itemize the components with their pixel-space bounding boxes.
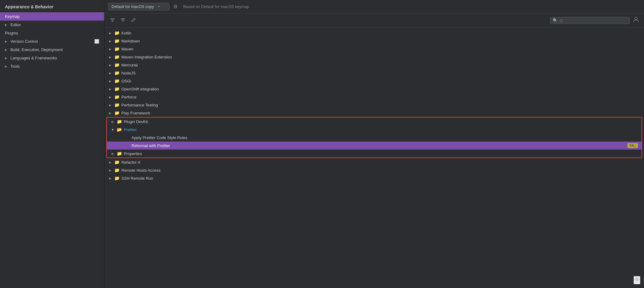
sidebar-item-keymap[interactable]: Keymap: [0, 12, 104, 21]
refactor-x-folder-icon: 📁: [114, 160, 120, 165]
svg-rect-5: [122, 21, 124, 22]
tree-item-markdown[interactable]: ▶ 📁 Markdown: [104, 37, 644, 45]
build-arrow: ▶: [5, 48, 9, 51]
svg-text:↕: ↕: [124, 20, 125, 22]
mercurial-label: Mercurial: [121, 63, 640, 67]
perf-testing-label: Performance Testing: [121, 103, 640, 107]
keymap-dropdown[interactable]: Default for macOS copy ▾: [108, 3, 170, 10]
settings-sidebar: Appearance & Behavior Keymap ▶ Editor Pl…: [0, 0, 104, 288]
plugin-devkit-arrow: ▶: [111, 120, 115, 123]
sidebar-item-tools[interactable]: ▶ Tools: [0, 62, 104, 70]
maven-arrow: ▶: [108, 47, 112, 51]
openshift-label: OpenShift integration: [121, 87, 640, 91]
sidebar-header: Appearance & Behavior: [0, 0, 104, 12]
tree-item-performance-testing[interactable]: ▶ 📁 Performance Testing: [104, 101, 644, 109]
remote-hosts-folder-icon: 📁: [114, 168, 120, 173]
filter-button-2[interactable]: ↕: [119, 16, 127, 25]
keymap-toolbar: Default for macOS copy ▾ ⚙ Based on Defa…: [104, 0, 644, 14]
build-label: Build, Execution, Deployment: [10, 47, 63, 52]
action-toolbar: ↕ 🔍: [104, 14, 644, 28]
prettier-arrow: ▼: [111, 128, 115, 131]
filter-button-1[interactable]: [108, 16, 117, 25]
gear-icon: [634, 277, 640, 282]
reformat-prettier-shortcut: ⌥⌘,: [627, 143, 638, 148]
osgi-folder-icon: 📁: [114, 78, 120, 83]
tree-item-refactor-x[interactable]: ▶ 📁 Refactor-X: [104, 158, 644, 166]
svg-point-8: [636, 278, 638, 280]
tree-item-osgi[interactable]: ▶ 📁 OSGi: [104, 77, 644, 85]
prettier-folder-icon: 📂: [117, 127, 122, 132]
kotlin-arrow: ▶: [108, 31, 112, 35]
svg-rect-0: [110, 18, 115, 19]
pencil-icon: [131, 18, 136, 22]
play-arrow: ▶: [108, 111, 112, 115]
vc-arrow: ▶: [5, 40, 9, 43]
tree-item-plugin-devkit[interactable]: ▶ 📁 Plugin DevKit: [107, 118, 642, 126]
search-input[interactable]: [560, 18, 627, 23]
ssh-remote-folder-icon: 📁: [114, 176, 120, 181]
svg-rect-3: [121, 18, 125, 19]
sidebar-item-version-control[interactable]: ▶ Version Control ⬜: [0, 37, 104, 46]
filter-icon: [110, 18, 115, 22]
perforce-label: Perforce: [121, 95, 640, 99]
perforce-arrow: ▶: [108, 95, 112, 99]
svg-rect-2: [112, 21, 113, 22]
tree-item-nodejs[interactable]: ▶ 📁 NodeJS: [104, 69, 644, 77]
nodejs-arrow: ▶: [108, 71, 112, 75]
user-icon-button[interactable]: [632, 15, 640, 26]
osgi-arrow: ▶: [108, 79, 112, 83]
keymap-gear-button[interactable]: ⚙: [172, 2, 179, 11]
nodejs-folder-icon: 📁: [114, 70, 120, 75]
tree-item-apply-prettier[interactable]: Apply Prettier Code Style Rules: [107, 134, 642, 142]
maven-folder-icon: 📁: [114, 46, 120, 51]
properties-folder-icon: 📁: [117, 151, 122, 156]
openshift-folder-icon: 📁: [114, 86, 120, 91]
osgi-label: OSGi: [121, 79, 640, 83]
user-icon: [633, 17, 639, 23]
tree-item-perforce[interactable]: ▶ 📁 Perforce: [104, 93, 644, 101]
tools-label: Tools: [10, 64, 20, 69]
maven-integration-label: Maven Integration Extension: [121, 55, 640, 59]
tree-item-maven-integration[interactable]: ▶ 📁 Maven Integration Extension: [104, 53, 644, 61]
plugin-devkit-label: Plugin DevKit: [124, 119, 638, 124]
tree-item-reformat-prettier[interactable]: Reformat with Prettier ⌥⌘,: [107, 142, 642, 150]
vc-settings-icon: ⬜: [94, 39, 99, 44]
tree-item-mercurial[interactable]: ▶ 📁 Mercurial: [104, 61, 644, 69]
reformat-prettier-label: Reformat with Prettier: [132, 143, 626, 148]
tree-item-openshift[interactable]: ▶ 📁 OpenShift integration: [104, 85, 644, 93]
ssh-remote-label: SSH Remote Run: [121, 176, 640, 181]
vc-label: Version Control: [10, 39, 38, 44]
editor-label: Editor: [10, 22, 21, 27]
tree-item-kotlin[interactable]: ▶ 📁 Kotlin: [104, 29, 644, 37]
search-box[interactable]: 🔍: [550, 17, 630, 24]
tree-item-ssh-remote[interactable]: ▶ 📁 SSH Remote Run: [104, 174, 644, 182]
tree-item-remote-hosts[interactable]: ▶ 📁 Remote Hosts Access: [104, 166, 644, 174]
languages-arrow: ▶: [5, 56, 9, 60]
markdown-label: Markdown: [121, 39, 640, 43]
openshift-arrow: ▶: [108, 87, 112, 91]
markdown-folder-icon: 📁: [114, 38, 120, 43]
tree-item-maven[interactable]: ▶ 📁 Maven: [104, 45, 644, 53]
sidebar-item-plugins[interactable]: Plugins: [0, 29, 104, 37]
perf-testing-arrow: ▶: [108, 103, 112, 107]
sidebar-item-build[interactable]: ▶ Build, Execution, Deployment: [0, 46, 104, 54]
play-label: Play Framework: [121, 111, 640, 115]
apply-prettier-label: Apply Prettier Code Style Rules: [132, 135, 638, 140]
plugin-devkit-folder-icon: 📁: [117, 119, 122, 124]
sidebar-item-languages[interactable]: ▶ Languages & Frameworks: [0, 54, 104, 62]
edit-button[interactable]: [129, 16, 138, 25]
refactor-x-arrow: ▶: [108, 161, 112, 164]
keymap-label: Keymap: [5, 14, 20, 19]
tree-item-properties[interactable]: ▶ 📁 Properties: [107, 150, 642, 158]
tree-item-prettier[interactable]: ▼ 📂 Prettier: [107, 126, 642, 134]
bottom-gear-button[interactable]: [634, 276, 640, 284]
red-outline-group: ▶ 📁 Plugin DevKit ▼ 📂 Prettier Apply Pre…: [106, 117, 642, 158]
tree-item-play-framework[interactable]: ▶ 📁 Play Framework: [104, 109, 644, 117]
kotlin-label: Kotlin: [121, 31, 640, 35]
svg-point-7: [635, 17, 637, 20]
keymap-info-text: Based on Default for macOS keymap: [183, 4, 249, 9]
plugins-label: Plugins: [5, 31, 18, 35]
sidebar-item-editor[interactable]: ▶ Editor: [0, 21, 104, 29]
properties-arrow: ▶: [111, 152, 115, 155]
mercurial-arrow: ▶: [108, 63, 112, 67]
